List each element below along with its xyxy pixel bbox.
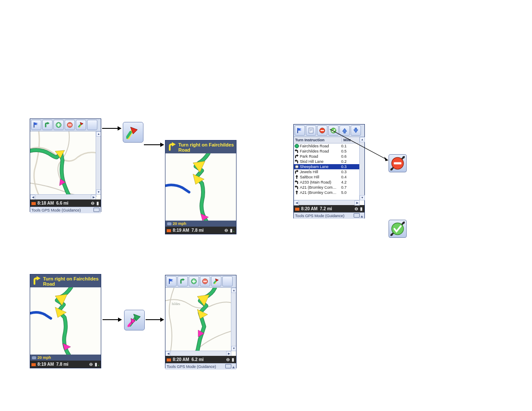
status-icons: ⊖ ▮ (226, 357, 235, 362)
extra-button[interactable] (222, 276, 233, 286)
up-icon[interactable] (361, 215, 363, 218)
horizontal-scrollbar[interactable]: ◀ ▶ (165, 351, 231, 356)
exit-guidance-button[interactable] (124, 310, 145, 330)
flow-arrow (144, 144, 164, 145)
avoid-button[interactable] (317, 125, 327, 136)
turn-list-row[interactable]: A233 (Main Road)4.2 (294, 180, 364, 185)
horizontal-scrollbar[interactable]: ◀ ▶ (294, 200, 360, 205)
zoom-out-button[interactable] (65, 120, 75, 130)
guidance-button[interactable] (211, 276, 221, 286)
turn-button[interactable] (177, 276, 188, 286)
svg-rect-17 (394, 162, 401, 165)
status-time: 8:20 AM (301, 206, 317, 211)
menu-bar-a[interactable]: Tools GPS Mode (Guidance) (30, 207, 101, 213)
scroll-right-icon[interactable]: ▶ (91, 195, 96, 199)
speed-bar: 20 mph (30, 355, 101, 361)
zoom-in-button[interactable] (53, 120, 64, 130)
scroll-left-icon[interactable]: ◀ (294, 200, 299, 206)
details-button[interactable] (306, 125, 316, 136)
allow-road-big-button[interactable] (389, 220, 407, 238)
svg-marker-15 (384, 157, 388, 161)
keyboard-icon[interactable] (225, 364, 231, 368)
scroll-up-icon[interactable]: ▲ (231, 288, 236, 293)
flag-button[interactable] (31, 120, 41, 130)
flag-icon (31, 363, 36, 366)
svg-point-21 (391, 234, 393, 236)
scroll-left-icon[interactable]: ◀ (30, 195, 35, 199)
status-time: 8:18 AM (37, 201, 54, 206)
map-device-a: ▲ ▼ ◀ ▶ 8:18 AM 6.6 mi ⊖ ▮ Tools GPS Mod… (30, 118, 101, 212)
zoom-out-button[interactable] (200, 276, 210, 286)
menu-label: Tools GPS Mode (Guidance) (167, 364, 216, 369)
status-time: 8:19 AM (173, 228, 189, 233)
enter-guidance-button[interactable] (123, 122, 143, 143)
vertical-scrollbar[interactable]: ▲ ▼ (231, 288, 236, 351)
status-bar-g1: 8:19 AM 7.8 mi ⊖ ▮. (165, 227, 236, 234)
horizontal-scrollbar[interactable]: ◀ ▶ (30, 194, 96, 199)
avoid-road-big-button[interactable] (389, 154, 407, 172)
turn-right-icon (32, 276, 40, 285)
extra-button[interactable] (87, 120, 97, 130)
map-canvas-a[interactable]: ▲ ▼ ◀ ▶ (30, 131, 101, 199)
turn-label: A21 (Bromley Com… (300, 185, 341, 190)
turn-right-icon (295, 170, 299, 174)
vertical-scrollbar[interactable]: ▲ ▼ (96, 131, 101, 195)
flag-icon (31, 202, 36, 205)
svg-point-19 (402, 156, 404, 159)
menu-label: Tools GPS Mode (Guidance) (31, 208, 81, 212)
scroll-left-icon[interactable]: ◀ (165, 351, 171, 356)
start-icon (295, 144, 299, 148)
scroll-up-icon[interactable]: ▲ (96, 131, 101, 137)
toolbar-a (30, 119, 101, 131)
status-bar-a: 8:18 AM 6.6 mi ⊖ ▮ (30, 199, 101, 207)
straight-icon (295, 175, 299, 179)
status-bar-list: 8:20 AM 7.2 mi ⊖ ▮ (294, 205, 364, 212)
flag-button[interactable] (295, 125, 305, 136)
turn-list-row[interactable]: A21 (Bromley Com…0.7 (294, 185, 364, 190)
turn-label: A233 (Main Road) (300, 180, 341, 184)
avoid-icon (295, 165, 299, 169)
turn-list-row[interactable]: Saltbox Hill0.4 (294, 174, 364, 180)
guidance-banner: Turn right on Fairchildes Road (30, 274, 101, 287)
flag-icon (167, 358, 171, 361)
scroll-right-icon[interactable]: ▶ (226, 351, 231, 356)
guidance-device-2: Turn right on Fairchildes Road 0.4 mi 20… (30, 274, 101, 368)
svg-point-18 (391, 168, 393, 170)
speed-icon (32, 356, 36, 359)
menu-bar-list[interactable]: Tools GPS Mode (Guidance) (294, 212, 364, 219)
zoom-in-button[interactable] (189, 276, 199, 286)
scroll-down-icon[interactable]: ▼ (360, 195, 365, 200)
status-distance: 6.6 mi (56, 201, 68, 206)
scroll-down-icon[interactable]: ▼ (231, 346, 236, 351)
scroll-down-icon[interactable]: ▼ (96, 190, 101, 195)
keyboard-icon[interactable] (354, 213, 360, 218)
status-bar-g2: 8:19 AM 7.8 mi ⊖ ▮. (30, 361, 101, 368)
status-distance: 6.2 mi (192, 357, 204, 362)
map-canvas-b[interactable]: hildes ▲ ▼ ◀ ▶ (165, 288, 236, 356)
turn-left-icon (295, 149, 299, 153)
turn-right-icon (167, 142, 176, 151)
guidance-button[interactable] (76, 120, 86, 130)
speed-icon (167, 222, 171, 225)
speed-value: 20 mph (173, 221, 187, 226)
guidance-text: Turn right on Fairchildes Road (43, 276, 99, 286)
turn-list-row[interactable]: A21 (Bromley Com…5.0 (294, 190, 364, 195)
map-canvas-g2[interactable] (30, 287, 101, 355)
turn-miles: 0.7 (341, 185, 352, 190)
scroll-right-icon[interactable]: ▶ (355, 200, 360, 206)
svg-point-20 (392, 223, 404, 235)
turn-miles: 5.0 (341, 190, 352, 195)
status-icons: ⊖ ▮ (355, 206, 363, 211)
status-icons: ⊖ ▮ (91, 201, 100, 206)
map-canvas-g1[interactable] (165, 153, 236, 221)
speed-value: 20 mph (37, 355, 51, 360)
flag-button[interactable] (166, 276, 177, 286)
flag-icon (295, 208, 299, 211)
turn-button[interactable] (42, 120, 53, 130)
flag-icon (167, 229, 171, 232)
speed-bar: 20 mph (165, 221, 236, 227)
up-icon[interactable] (232, 366, 235, 368)
keyboard-icon[interactable] (93, 208, 100, 212)
menu-bar-b[interactable]: Tools GPS Mode (Guidance) (165, 363, 236, 370)
status-icons: ⊖ ▮. (89, 362, 100, 367)
